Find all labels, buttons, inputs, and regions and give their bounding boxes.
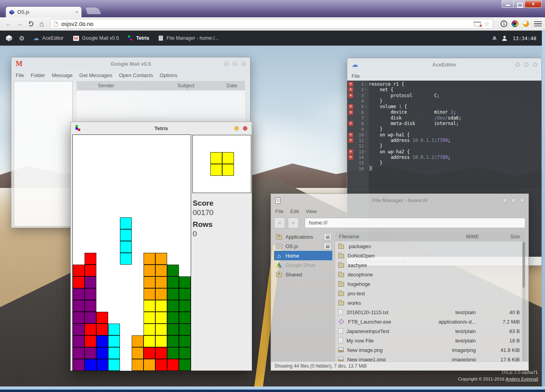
fold-icon[interactable]: ▾ [365,88,369,91]
user-icon[interactable] [502,36,507,41]
close-circle-button[interactable] [533,63,537,67]
file-row[interactable]: New image.pngimage/png41.8 KiB [335,345,522,355]
ace-code-line[interactable]: } [369,98,541,104]
menu-item-options[interactable]: Options [160,72,177,78]
lock-icon[interactable] [324,243,331,250]
ace-code-line[interactable]: address 10.0.1.2:7789; [369,155,541,160]
back-button[interactable]: « [274,217,285,228]
file-row[interactable]: FTB_Launcher.exeapplication/x-d...7.2 Mi… [335,317,522,326]
menu-item-file[interactable]: File [16,72,24,78]
minimize-circle-button[interactable] [516,63,520,67]
extension-orange-icon[interactable] [523,20,529,27]
forward-button[interactable]: » [288,217,299,228]
tetris-board[interactable] [72,134,191,371]
menu-item-open-contacts[interactable]: Open Contacts [119,72,153,78]
settings-gear-icon[interactable]: ⚙ [19,35,24,42]
column-filename[interactable]: Filename [335,234,434,239]
menu-item-edit[interactable]: Edit [290,208,299,214]
file-row[interactable]: works [335,298,522,307]
ace-code-line[interactable]: } [369,160,541,166]
column-date[interactable]: Date [226,83,237,88]
back-icon[interactable]: ← [3,20,14,28]
file-row[interactable]: 20160120-1115.txttext/plain40 B [335,307,522,317]
file-row[interactable]: decophone [335,270,522,279]
ace-code-line[interactable]: net { [369,87,541,92]
browser-tab[interactable]: OS.js × [6,6,82,17]
tetris-titlebar[interactable]: Tetris [71,122,252,134]
maximize-circle-button[interactable] [511,198,516,202]
column-size[interactable]: Size [479,234,525,239]
sidebar-item-googledrive[interactable]: Google Drive [274,260,332,270]
window-tetris[interactable]: Tetris Score 00170 Rows 0 [70,121,252,371]
new-tab-button[interactable] [85,7,101,14]
bookmark-star-icon[interactable]: ☆ [484,20,490,28]
file-row[interactable]: .packages [335,241,522,251]
close-circle-button[interactable] [241,62,246,66]
clock[interactable]: 13:34:48 [513,35,536,41]
ace-code-line[interactable]: address 10.0.1.1:7789; [369,138,541,143]
file-row[interactable]: JapaneseInputTesttext/plain83 B [335,326,522,336]
popup-blocked-icon[interactable] [474,21,481,26]
menu-item-get-messages[interactable]: Get Messages [79,72,112,78]
ace-code-line[interactable]: } [369,143,541,149]
menu-item-file[interactable]: File [352,73,360,79]
maximize-circle-button[interactable] [524,63,528,67]
ace-code-line[interactable]: } [369,126,541,132]
notification-bell-icon[interactable] [492,36,497,40]
osjs-start-icon[interactable] [6,35,13,42]
close-circle-button[interactable] [243,126,247,131]
author-link[interactable]: Anders Evenrud [506,377,538,381]
taskbar-item-aceeditor[interactable]: ☁ AceEditor [33,35,63,41]
taskbar-item-filemanager[interactable]: File Manager - home:/... [158,35,219,41]
mail-folder-tree[interactable] [14,81,73,226]
minimize-circle-button[interactable] [503,198,507,202]
maximize-button[interactable] [513,0,525,8]
menu-item-folder[interactable]: Folder [31,72,45,78]
home-icon[interactable]: ⌂ [36,20,47,28]
minimize-button[interactable] [502,0,514,8]
ace-code-line[interactable]: device minor 1; [369,109,541,115]
scrollbar[interactable] [522,241,525,361]
tab-close-icon[interactable]: × [75,9,78,15]
maximize-circle-button[interactable] [233,62,237,66]
fold-icon[interactable]: ▾ [365,133,369,136]
filemanager-titlebar[interactable]: File Manager - home:/// [271,194,528,207]
browser-menu-icon[interactable] [534,21,542,27]
lock-icon[interactable] [324,233,331,240]
file-row[interactable]: New image1.pngimage/png17.6 KiB [335,355,522,361]
ace-code-line[interactable]: meta-disk internal; [369,121,541,126]
column-sender[interactable]: Sender [98,83,114,88]
ace-code-line[interactable]: on wp-ha1 { [369,132,541,138]
location-input[interactable]: home:/// [305,218,525,228]
ace-code-line[interactable]: resource r1 { [369,81,541,87]
close-button[interactable]: × [525,0,542,8]
file-row[interactable]: pro-test [335,289,522,298]
url-text[interactable]: osjsv2.0o.no [61,21,471,27]
googlemail-titlebar[interactable]: M Google Mail v0.5 [11,57,250,70]
ace-code-line[interactable]: } [369,166,541,171]
sidebar-item-shared[interactable]: Shared [274,270,332,279]
url-bar[interactable]: osjsv2.0o.no ☆ [50,19,493,29]
ace-code-line[interactable]: disk /dev/sda6; [369,115,541,121]
fold-icon[interactable]: ▾ [365,83,369,86]
file-row[interactable]: hogehoge [335,279,522,289]
fold-icon[interactable]: ▾ [365,105,369,108]
minimize-circle-button[interactable] [224,62,228,66]
ace-code-line[interactable]: protocol C; [369,93,541,98]
sidebar-item-home[interactable]: ⌂ Home [274,251,332,260]
minimize-circle-button[interactable] [234,126,239,131]
menu-item-file[interactable]: File [275,208,284,214]
sidebar-item-osjs[interactable]: OS.js [274,241,332,251]
fold-icon[interactable]: ▾ [365,150,369,153]
ace-code-line[interactable]: on wp-ha2 { [369,149,541,155]
taskbar-item-tetris[interactable]: Tetris [128,35,149,41]
taskbar-item-googlemail[interactable]: M Google Mail v0.5 [73,35,119,41]
file-row[interactable]: My now Filetext/plain18 B [335,336,522,345]
reload-icon[interactable] [25,21,36,26]
file-row[interactable]: aachyee [335,260,522,270]
forward-icon[interactable]: → [14,20,25,28]
close-circle-button[interactable] [520,198,524,202]
column-mime[interactable]: MIME [434,234,479,239]
extension-icon-1[interactable]: 1 [501,20,507,27]
column-subject[interactable]: Subject [177,83,194,88]
